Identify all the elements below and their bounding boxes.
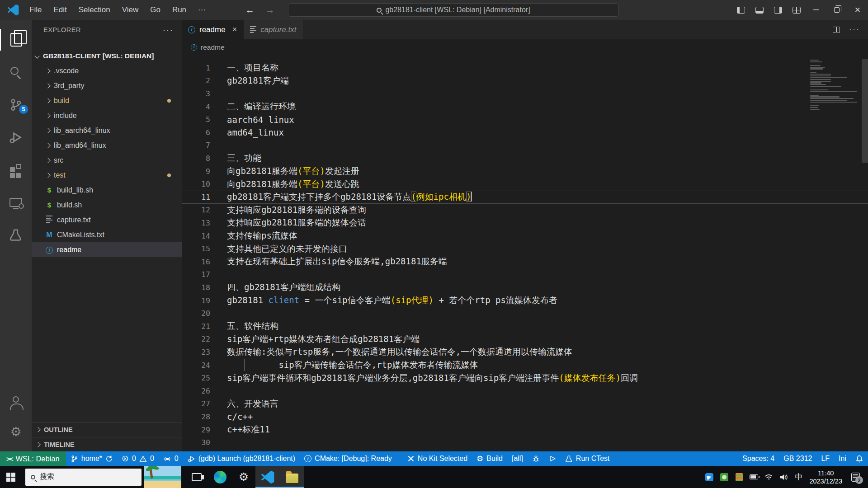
explorer-icon[interactable] bbox=[0, 29, 32, 51]
run-debug-icon[interactable] bbox=[0, 127, 32, 148]
code-line[interactable]: 15支持其他已定义的未开发的接口 bbox=[182, 242, 868, 255]
code-line[interactable]: 26 bbox=[182, 385, 868, 398]
code-line[interactable]: 28c/c++ bbox=[182, 410, 868, 423]
close-button[interactable]: × bbox=[847, 0, 868, 20]
tree-item-build-sh[interactable]: $build.sh bbox=[32, 197, 182, 212]
remote-indicator[interactable]: >< WSL: Debian bbox=[0, 451, 66, 466]
code-line[interactable]: 24 sip客户端传输会话信令,rtp媒体发布者传输流媒体 bbox=[182, 359, 868, 372]
tree-item-test[interactable]: test bbox=[32, 168, 182, 183]
vertical-scrollbar[interactable] bbox=[862, 55, 868, 451]
tree-item-src[interactable]: src bbox=[32, 153, 182, 168]
code-area[interactable]: 1一、项目名称2gb28181客户端34二、编译运行环境5aarch64_lin… bbox=[182, 20, 868, 451]
code-line[interactable]: 20 bbox=[182, 307, 868, 320]
code-line[interactable]: 19gb28181 client = 一个sip信令客户端(sip代理) + 若… bbox=[182, 294, 868, 307]
extensions-icon[interactable] bbox=[0, 159, 32, 181]
taskbar-search-box[interactable]: 搜索 bbox=[25, 469, 142, 486]
menu-edit[interactable]: Edit bbox=[47, 0, 72, 20]
tree-item-build-lib-sh[interactable]: $build_lib.sh bbox=[32, 183, 182, 197]
explorer-more-icon[interactable]: ··· bbox=[163, 25, 174, 35]
search-sidebar-icon[interactable] bbox=[0, 61, 32, 83]
eol-item[interactable]: LF bbox=[816, 451, 834, 466]
ctest-item[interactable]: Run CTest bbox=[561, 451, 614, 466]
code-line[interactable]: 13支持响应gb28181服务端的媒体会话 bbox=[182, 216, 868, 230]
accounts-icon[interactable] bbox=[0, 392, 32, 413]
restore-button[interactable] bbox=[826, 0, 847, 20]
close-tab-icon[interactable]: × bbox=[232, 25, 237, 34]
source-control-icon[interactable]: 5 bbox=[0, 94, 32, 116]
git-branch-item[interactable]: home* bbox=[66, 451, 117, 466]
menu-selection[interactable]: Selection bbox=[73, 0, 116, 20]
tree-item-lib-aarch64[interactable]: lib_aarch64_linux bbox=[32, 123, 182, 138]
code-line[interactable]: 12支持响应gb28181服务端的设备查询 bbox=[182, 204, 868, 217]
search-highlight-image[interactable] bbox=[144, 466, 181, 488]
battery-icon[interactable] bbox=[750, 473, 758, 481]
code-line[interactable]: 14支持传输ps流媒体 bbox=[182, 230, 868, 243]
customize-layout-icon[interactable] bbox=[793, 7, 801, 14]
toggle-sidebar-icon[interactable] bbox=[737, 7, 745, 14]
menu-view[interactable]: View bbox=[116, 0, 145, 20]
encoding-item[interactable]: GB 2312 bbox=[779, 451, 816, 466]
toggle-panel-icon[interactable] bbox=[755, 7, 764, 14]
code-line[interactable]: 27六、开发语言 bbox=[182, 398, 868, 411]
code-line[interactable]: 11gb28181客户端支持下挂多个gb28181设备节点(例如ipc相机) bbox=[182, 191, 868, 204]
split-editor-icon[interactable] bbox=[833, 27, 840, 33]
menu-run[interactable]: Run bbox=[166, 0, 192, 20]
edge-button[interactable] bbox=[208, 466, 232, 488]
code-line[interactable]: 29c++标准11 bbox=[182, 423, 868, 436]
tray-notes-app-icon[interactable] bbox=[735, 473, 743, 481]
code-line[interactable]: 1一、项目名称 bbox=[182, 61, 868, 75]
launch-target-item[interactable] bbox=[544, 451, 561, 466]
code-line[interactable]: 10向gb28181服务端(平台)发送心跳 bbox=[182, 178, 868, 191]
nav-back-icon[interactable]: ← bbox=[240, 5, 260, 15]
notification-center-button[interactable]: 2 bbox=[851, 473, 860, 481]
code-line[interactable]: 16支持在现有基础上扩展出sip信令服务端,gb28181服务端 bbox=[182, 255, 868, 268]
code-line[interactable]: 18四、gb28181客户端组成结构 bbox=[182, 281, 868, 294]
file-explorer-button[interactable] bbox=[280, 466, 304, 488]
tab-capture-txt[interactable]: capture.txt bbox=[244, 20, 303, 39]
task-view-button[interactable] bbox=[185, 466, 208, 488]
cmake-build-item[interactable]: ⚙ Build bbox=[472, 451, 507, 466]
settings-gear-icon[interactable]: ⚙ bbox=[0, 421, 32, 442]
code-line[interactable]: 4二、编译运行环境 bbox=[182, 100, 868, 113]
code-line[interactable]: 21五、软件结构 bbox=[182, 320, 868, 333]
nav-forward-icon[interactable]: → bbox=[260, 5, 280, 15]
project-root-row[interactable]: GB28181-CLIENT [WSL: DEBIAN] bbox=[32, 50, 182, 62]
timeline-section-header[interactable]: TIMELINE bbox=[32, 437, 182, 452]
cmake-kit-item[interactable]: No Kit Selected bbox=[403, 451, 472, 466]
tree-item-readme[interactable]: ireadme bbox=[32, 242, 182, 257]
code-line[interactable]: 17 bbox=[182, 268, 868, 282]
problems-item[interactable]: 0 0 bbox=[117, 451, 159, 466]
vscode-taskbar-button[interactable] bbox=[255, 466, 280, 488]
tab-readme[interactable]: i readme × bbox=[182, 20, 244, 39]
code-line[interactable]: 7 bbox=[182, 139, 868, 152]
code-line[interactable]: 3 bbox=[182, 87, 868, 100]
code-line[interactable]: 8三、功能 bbox=[182, 152, 868, 165]
code-line[interactable]: 22sip客户端+rtp媒体发布者组合成gb28181客户端 bbox=[182, 333, 868, 346]
build-target-item[interactable]: [all] bbox=[507, 451, 528, 466]
ime-indicator[interactable]: 中 bbox=[794, 473, 803, 481]
code-line[interactable]: 2gb28181客户端 bbox=[182, 75, 868, 88]
tree-item-build[interactable]: build bbox=[32, 93, 182, 108]
volume-icon[interactable] bbox=[779, 473, 788, 481]
settings-button[interactable]: ⚙ bbox=[232, 466, 255, 488]
debug-launch-item[interactable]: (gdb) Launch (gb28181-client) bbox=[183, 451, 300, 466]
scrollbar-thumb[interactable] bbox=[862, 59, 868, 163]
cmake-status-item[interactable]: i CMake: [Debug]: Ready bbox=[300, 451, 396, 466]
language-mode-item[interactable]: Ini bbox=[834, 451, 851, 466]
code-line[interactable]: 5aarch64_linux bbox=[182, 113, 868, 126]
tree-item-lib-amd64[interactable]: lib_amd64_linux bbox=[32, 138, 182, 153]
tree-item-vscode[interactable]: .vscode bbox=[32, 63, 182, 78]
indentation-item[interactable]: Spaces: 4 bbox=[738, 451, 779, 466]
taskbar-clock[interactable]: 11:40 2023/12/23 bbox=[809, 469, 842, 485]
command-center[interactable]: gb28181-client [WSL: Debian] [Administra… bbox=[288, 3, 619, 17]
code-line[interactable]: 30 bbox=[182, 436, 868, 449]
editor-more-actions-icon[interactable]: ··· bbox=[849, 25, 860, 34]
code-line[interactable]: 23数据传输:类似与rtsp服务,一个数据通道用以传输会话信令,一个数据通道用以… bbox=[182, 346, 868, 359]
tree-item-include[interactable]: include bbox=[32, 108, 182, 123]
tree-item-3rd-party[interactable]: 3rd_party bbox=[32, 78, 182, 93]
minimize-button[interactable]: ─ bbox=[806, 0, 826, 20]
code-line[interactable]: 25sip客户端事件循环和gb28181客户端业务分层,gb28181客户端向s… bbox=[182, 371, 868, 385]
menu-file[interactable]: File bbox=[24, 0, 47, 20]
notifications-item[interactable] bbox=[851, 451, 868, 466]
ports-item[interactable]: 0 bbox=[159, 451, 183, 466]
